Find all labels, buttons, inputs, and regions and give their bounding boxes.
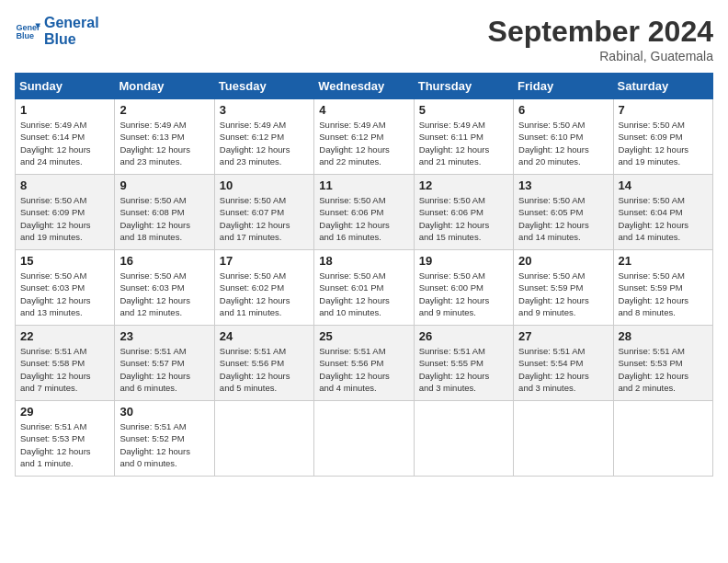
calendar-cell: 28Sunrise: 5:51 AM Sunset: 5:53 PM Dayli…: [613, 326, 712, 401]
day-number: 11: [319, 178, 408, 192]
calendar-cell: 23Sunrise: 5:51 AM Sunset: 5:57 PM Dayli…: [115, 326, 214, 401]
day-info: Sunrise: 5:51 AM Sunset: 5:53 PM Dayligh…: [619, 345, 708, 394]
calendar-cell: 15Sunrise: 5:50 AM Sunset: 6:03 PM Dayli…: [16, 250, 115, 326]
day-info: Sunrise: 5:50 AM Sunset: 5:59 PM Dayligh…: [619, 270, 708, 318]
day-info: Sunrise: 5:50 AM Sunset: 6:08 PM Dayligh…: [119, 194, 209, 243]
page-header: General Blue General Blue September 2024…: [15, 15, 713, 63]
calendar-table: SundayMondayTuesdayWednesdayThursdayFrid…: [15, 73, 713, 477]
day-info: Sunrise: 5:50 AM Sunset: 6:09 PM Dayligh…: [619, 119, 708, 167]
day-number: 20: [518, 254, 608, 268]
day-number: 9: [119, 178, 209, 192]
day-info: Sunrise: 5:51 AM Sunset: 5:56 PM Dayligh…: [220, 345, 309, 394]
calendar-cell: 30Sunrise: 5:51 AM Sunset: 5:52 PM Dayli…: [115, 401, 214, 477]
weekday-header-thursday: Thursday: [414, 74, 513, 99]
calendar-cell: [314, 401, 414, 477]
calendar-cell: 13Sunrise: 5:50 AM Sunset: 6:05 PM Dayli…: [514, 175, 613, 250]
day-info: Sunrise: 5:50 AM Sunset: 6:06 PM Dayligh…: [419, 194, 508, 243]
day-number: 10: [220, 178, 309, 192]
day-info: Sunrise: 5:51 AM Sunset: 5:55 PM Dayligh…: [419, 345, 508, 394]
day-info: Sunrise: 5:49 AM Sunset: 6:12 PM Dayligh…: [220, 119, 309, 167]
day-number: 30: [119, 405, 209, 419]
day-info: Sunrise: 5:51 AM Sunset: 5:54 PM Dayligh…: [518, 345, 608, 394]
calendar-cell: [214, 401, 313, 477]
calendar-cell: 8Sunrise: 5:50 AM Sunset: 6:09 PM Daylig…: [16, 175, 115, 250]
day-info: Sunrise: 5:49 AM Sunset: 6:12 PM Dayligh…: [319, 119, 408, 167]
day-number: 24: [220, 329, 309, 343]
calendar-cell: 5Sunrise: 5:49 AM Sunset: 6:11 PM Daylig…: [414, 99, 513, 175]
day-info: Sunrise: 5:50 AM Sunset: 6:00 PM Dayligh…: [419, 270, 508, 318]
day-number: 26: [419, 329, 508, 343]
weekday-header-saturday: Saturday: [613, 74, 712, 99]
calendar-cell: 16Sunrise: 5:50 AM Sunset: 6:03 PM Dayli…: [115, 250, 214, 326]
calendar-cell: 6Sunrise: 5:50 AM Sunset: 6:10 PM Daylig…: [514, 99, 613, 175]
day-info: Sunrise: 5:50 AM Sunset: 6:04 PM Dayligh…: [619, 194, 708, 243]
calendar-cell: 25Sunrise: 5:51 AM Sunset: 5:56 PM Dayli…: [314, 326, 414, 401]
weekday-header-row: SundayMondayTuesdayWednesdayThursdayFrid…: [16, 74, 713, 99]
svg-text:Blue: Blue: [16, 31, 34, 40]
day-info: Sunrise: 5:50 AM Sunset: 6:05 PM Dayligh…: [518, 194, 608, 243]
calendar-cell: 12Sunrise: 5:50 AM Sunset: 6:06 PM Dayli…: [414, 175, 513, 250]
calendar-cell: 29Sunrise: 5:51 AM Sunset: 5:53 PM Dayli…: [16, 401, 115, 477]
day-number: 16: [119, 254, 209, 268]
day-number: 23: [119, 329, 209, 343]
calendar-cell: 18Sunrise: 5:50 AM Sunset: 6:01 PM Dayli…: [314, 250, 414, 326]
day-number: 7: [619, 103, 708, 117]
calendar-cell: [514, 401, 613, 477]
month-title: September 2024: [488, 15, 713, 49]
day-info: Sunrise: 5:50 AM Sunset: 5:59 PM Dayligh…: [518, 270, 608, 318]
calendar-cell: 10Sunrise: 5:50 AM Sunset: 6:07 PM Dayli…: [214, 175, 313, 250]
calendar-cell: [613, 401, 712, 477]
day-number: 2: [119, 103, 209, 117]
calendar-cell: 17Sunrise: 5:50 AM Sunset: 6:02 PM Dayli…: [214, 250, 313, 326]
day-info: Sunrise: 5:51 AM Sunset: 5:52 PM Dayligh…: [119, 420, 209, 469]
calendar-cell: 1Sunrise: 5:49 AM Sunset: 6:14 PM Daylig…: [16, 99, 115, 175]
calendar-cell: 24Sunrise: 5:51 AM Sunset: 5:56 PM Dayli…: [214, 326, 313, 401]
calendar-cell: 19Sunrise: 5:50 AM Sunset: 6:00 PM Dayli…: [414, 250, 513, 326]
day-number: 15: [20, 254, 109, 268]
calendar-cell: 20Sunrise: 5:50 AM Sunset: 5:59 PM Dayli…: [514, 250, 613, 326]
calendar-cell: 7Sunrise: 5:50 AM Sunset: 6:09 PM Daylig…: [613, 99, 712, 175]
day-info: Sunrise: 5:50 AM Sunset: 6:01 PM Dayligh…: [319, 270, 408, 318]
week-row-3: 15Sunrise: 5:50 AM Sunset: 6:03 PM Dayli…: [16, 250, 713, 326]
day-number: 21: [619, 254, 708, 268]
calendar-cell: 9Sunrise: 5:50 AM Sunset: 6:08 PM Daylig…: [115, 175, 214, 250]
day-number: 29: [20, 405, 109, 419]
calendar-cell: 22Sunrise: 5:51 AM Sunset: 5:58 PM Dayli…: [16, 326, 115, 401]
location: Rabinal, Guatemala: [488, 49, 713, 63]
title-block: September 2024 Rabinal, Guatemala: [488, 15, 713, 63]
day-number: 5: [419, 103, 508, 117]
logo-general: General: [44, 15, 99, 31]
day-number: 1: [20, 103, 109, 117]
day-info: Sunrise: 5:50 AM Sunset: 6:07 PM Dayligh…: [220, 194, 309, 243]
calendar-cell: 27Sunrise: 5:51 AM Sunset: 5:54 PM Dayli…: [514, 326, 613, 401]
day-info: Sunrise: 5:50 AM Sunset: 6:09 PM Dayligh…: [20, 194, 109, 243]
calendar-cell: [414, 401, 513, 477]
day-number: 17: [220, 254, 309, 268]
day-info: Sunrise: 5:50 AM Sunset: 6:03 PM Dayligh…: [20, 270, 109, 318]
day-info: Sunrise: 5:51 AM Sunset: 5:57 PM Dayligh…: [119, 345, 209, 394]
day-number: 4: [319, 103, 408, 117]
calendar-cell: 11Sunrise: 5:50 AM Sunset: 6:06 PM Dayli…: [314, 175, 414, 250]
day-info: Sunrise: 5:51 AM Sunset: 5:58 PM Dayligh…: [20, 345, 109, 394]
day-info: Sunrise: 5:49 AM Sunset: 6:14 PM Dayligh…: [20, 119, 109, 167]
week-row-1: 1Sunrise: 5:49 AM Sunset: 6:14 PM Daylig…: [16, 99, 713, 175]
day-number: 25: [319, 329, 408, 343]
weekday-header-wednesday: Wednesday: [314, 74, 414, 99]
day-number: 22: [20, 329, 109, 343]
week-row-2: 8Sunrise: 5:50 AM Sunset: 6:09 PM Daylig…: [16, 175, 713, 250]
day-info: Sunrise: 5:49 AM Sunset: 6:11 PM Dayligh…: [419, 119, 508, 167]
logo-blue: Blue: [44, 31, 99, 48]
calendar-cell: 3Sunrise: 5:49 AM Sunset: 6:12 PM Daylig…: [214, 99, 313, 175]
day-info: Sunrise: 5:51 AM Sunset: 5:53 PM Dayligh…: [20, 420, 109, 469]
day-number: 12: [419, 178, 508, 192]
weekday-header-tuesday: Tuesday: [214, 74, 313, 99]
day-number: 6: [518, 103, 608, 117]
day-info: Sunrise: 5:50 AM Sunset: 6:03 PM Dayligh…: [119, 270, 209, 318]
day-number: 8: [20, 178, 109, 192]
day-number: 19: [419, 254, 508, 268]
day-info: Sunrise: 5:49 AM Sunset: 6:13 PM Dayligh…: [119, 119, 209, 167]
calendar-cell: 4Sunrise: 5:49 AM Sunset: 6:12 PM Daylig…: [314, 99, 414, 175]
day-number: 27: [518, 329, 608, 343]
day-number: 28: [619, 329, 708, 343]
day-number: 14: [619, 178, 708, 192]
